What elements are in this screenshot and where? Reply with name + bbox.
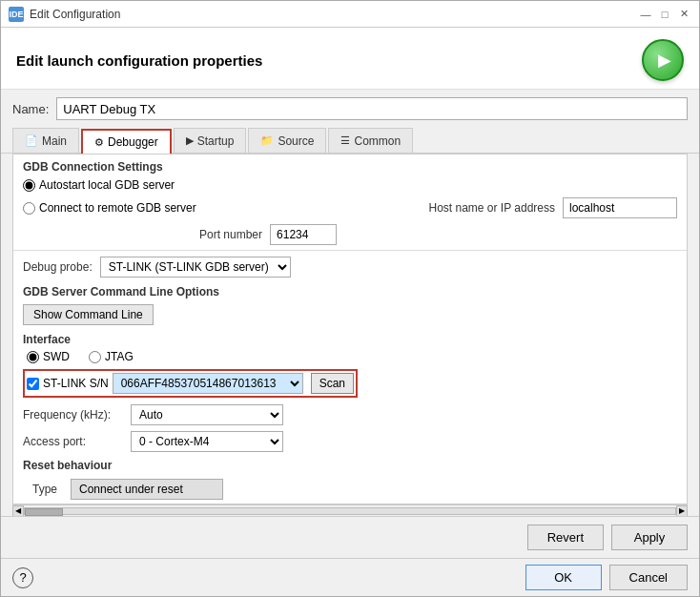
name-label: Name: [12,102,49,116]
autostart-row: Autostart local GDB server [13,175,687,195]
tabs-row: 📄 Main ⚙ Debugger ▶ Startup 📁 Source ☰ C… [1,128,699,154]
scroll-track[interactable] [24,507,676,515]
dialog: IDE Edit Configuration — □ ✕ Edit launch… [0,0,700,597]
port-label: Port number [199,228,262,241]
tab-common-label: Common [354,134,401,148]
header-section: Edit launch configuration properties [1,28,699,90]
debug-probe-label: Debug probe: [23,260,93,274]
tab-main-label: Main [42,134,67,148]
title-bar-controls: — □ ✕ [638,7,691,22]
tab-main[interactable]: 📄 Main [12,128,79,153]
footer-row: ? OK Cancel [1,558,699,596]
app-icon: IDE [9,7,24,22]
autostart-radio-label[interactable]: Autostart local GDB server [23,178,175,192]
autostart-label: Autostart local GDB server [39,178,175,192]
main-tab-icon: 📄 [25,134,38,147]
tab-debugger[interactable]: ⚙ Debugger [81,129,172,154]
remote-radio-label[interactable]: Connect to remote GDB server [23,201,196,215]
ok-button[interactable]: OK [525,565,602,590]
jtag-label: JTAG [105,350,134,363]
scroll-thumb[interactable] [25,508,63,516]
stlink-checkbox[interactable] [27,378,39,390]
scan-button[interactable]: Scan [311,373,354,394]
cancel-button[interactable]: Cancel [609,565,688,590]
stlink-checkbox-label[interactable]: ST-LINK S/N [27,377,109,390]
stlink-outlined-box: ST-LINK S/N 066AFF485370514867013613 Sca… [23,369,358,398]
revert-button[interactable]: Revert [527,525,604,550]
type-value-box: Connect under reset [71,479,223,500]
interface-section: Interface SWD JTAG [13,329,687,365]
debug-probe-row: Debug probe: ST-LINK (ST-LINK GDB server… [13,253,687,281]
reset-section: Reset behaviour Type Connect under reset [13,455,687,504]
source-tab-icon: 📁 [260,134,274,147]
stlink-sn-select[interactable]: 066AFF485370514867013613 [113,373,303,394]
scroll-right-arrow[interactable]: ▶ [676,505,688,517]
tab-source-label: Source [278,134,314,148]
tab-startup-label: Startup [197,134,235,148]
access-port-label: Access port: [23,435,123,448]
content-area: Name: 📄 Main ⚙ Debugger ▶ Startup 📁 Sour… [1,90,699,596]
port-row: Port number [13,221,687,248]
jtag-radio-label[interactable]: JTAG [89,350,134,363]
type-value: Connect under reset [79,483,183,496]
close-button[interactable]: ✕ [676,7,691,22]
startup-tab-icon: ▶ [186,134,194,147]
autostart-radio[interactable] [23,179,35,192]
access-port-select[interactable]: 0 - Cortex-M4 [131,431,283,452]
name-input[interactable] [56,97,688,120]
stlink-row: ST-LINK S/N 066AFF485370514867013613 Sca… [13,365,687,401]
debugger-tab-icon: ⚙ [94,136,104,149]
show-cmd-line-button[interactable]: Show Command Line [23,304,154,325]
remote-row: Connect to remote GDB server Host name o… [13,195,687,221]
title-bar-text: Edit Configuration [30,8,632,21]
frequency-select[interactable]: Auto [131,404,283,425]
frequency-label: Frequency (kHz): [23,408,123,422]
apply-button[interactable]: Apply [611,525,688,550]
divider-1 [13,250,687,251]
common-tab-icon: ☰ [340,134,350,147]
host-label: Host name or IP address [428,201,555,215]
interface-radios: SWD JTAG [23,350,677,363]
type-row: Type Connect under reset [23,476,677,503]
remote-radio[interactable] [23,202,35,215]
tab-source[interactable]: 📁 Source [248,128,326,153]
gdb-connection-section-label: GDB Connection Settings [13,154,687,175]
tab-debugger-label: Debugger [108,135,158,149]
tab-startup[interactable]: ▶ Startup [174,128,247,153]
access-port-row: Access port: 0 - Cortex-M4 [13,428,687,455]
swd-radio-label[interactable]: SWD [27,350,70,363]
host-input[interactable] [563,197,677,218]
port-input[interactable] [270,224,337,245]
frequency-row: Frequency (kHz): Auto [13,401,687,428]
name-row: Name: [1,90,699,128]
swd-radio[interactable] [27,351,39,363]
footer-actions: OK Cancel [525,565,688,590]
main-content-panel: GDB Connection Settings Autostart local … [12,154,688,504]
action-row: Revert Apply [1,516,699,558]
stlink-label: ST-LINK S/N [43,377,109,390]
type-label: Type [32,483,71,496]
run-button[interactable] [642,39,684,81]
debug-probe-select[interactable]: ST-LINK (ST-LINK GDB server) [100,257,291,278]
swd-label: SWD [43,350,70,363]
gdb-server-options-label: GDB Server Command Line Options [13,281,687,300]
jtag-radio[interactable] [89,351,101,363]
horizontal-scrollbar[interactable]: ◀ ▶ [12,504,688,516]
minimize-button[interactable]: — [638,7,653,22]
title-bar: IDE Edit Configuration — □ ✕ [1,1,699,28]
tab-common[interactable]: ☰ Common [328,128,413,153]
header-title: Edit launch configuration properties [16,52,262,69]
scroll-left-arrow[interactable]: ◀ [12,505,24,517]
interface-label: Interface [23,333,677,346]
maximize-button[interactable]: □ [657,7,672,22]
reset-label: Reset behaviour [23,459,677,472]
help-button[interactable]: ? [12,567,33,588]
remote-label: Connect to remote GDB server [39,201,196,215]
